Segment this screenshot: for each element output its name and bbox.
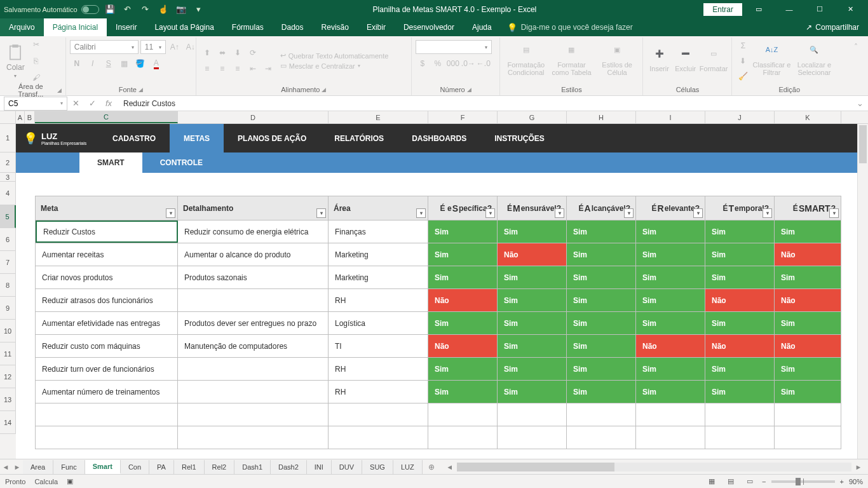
cell-status[interactable]: Sim <box>498 266 567 288</box>
row-header[interactable]: 5 <box>0 205 16 228</box>
cell-status[interactable]: Sim <box>428 312 498 334</box>
save-icon[interactable]: 💾 <box>103 3 117 17</box>
cell-status[interactable]: Não <box>775 289 841 311</box>
cell-status[interactable]: Sim <box>636 312 705 334</box>
new-sheet-button[interactable]: ⊕ <box>423 463 440 471</box>
row-header[interactable]: 12 <box>0 365 16 388</box>
zoom-out-button[interactable]: − <box>762 478 766 485</box>
cell-status[interactable]: Sim <box>775 358 841 380</box>
cell-styles-button[interactable]: ▣Estilos de Célula <box>595 46 639 76</box>
increase-font-icon[interactable]: A↑ <box>168 40 182 54</box>
cell-status[interactable]: Não <box>428 289 498 311</box>
align-bottom-icon[interactable]: ⬇ <box>231 46 245 60</box>
percent-icon[interactable]: % <box>431 57 445 71</box>
format-table-button[interactable]: ▦Formatar como Tabela <box>550 46 593 76</box>
cell-area[interactable]: Finanças <box>329 220 428 243</box>
header-alcancavel[interactable]: É Alcançável?▾ <box>567 196 636 220</box>
orientation-icon[interactable]: ⟳ <box>246 46 260 60</box>
cell-status[interactable]: Sim <box>428 381 498 403</box>
col-header[interactable]: I <box>636 111 705 123</box>
currency-icon[interactable]: $ <box>416 57 430 71</box>
copy-icon[interactable]: ⎘ <box>29 54 43 68</box>
filter-icon[interactable]: ▾ <box>693 208 703 218</box>
cell-status[interactable]: Sim <box>498 335 567 357</box>
increase-decimal-icon[interactable]: .0→ <box>461 57 475 71</box>
filter-icon[interactable]: ▾ <box>829 208 839 218</box>
table-row[interactable]: Criar novos produtosProdutos sazonaisMar… <box>36 266 841 288</box>
cell-status[interactable]: Sim <box>498 381 567 403</box>
macro-record-icon[interactable]: ▣ <box>67 477 73 485</box>
cell-status[interactable]: Sim <box>567 335 636 357</box>
sheet-nav-prev-icon[interactable]: ◄ <box>0 460 11 474</box>
filter-icon[interactable]: ▾ <box>555 208 564 218</box>
minimize-button[interactable]: — <box>775 0 803 18</box>
dialog-launcher-icon[interactable]: ◢ <box>467 86 471 93</box>
worksheet[interactable]: 💡LUZPlanilhas Empresariais CADASTRO META… <box>16 124 868 459</box>
scroll-right-icon[interactable]: ► <box>853 460 864 474</box>
align-center-icon[interactable]: ≡ <box>215 62 229 76</box>
cell-status[interactable]: Sim <box>705 220 775 243</box>
filter-icon[interactable]: ▾ <box>624 208 634 218</box>
normal-view-icon[interactable]: ▦ <box>705 476 719 487</box>
align-left-icon[interactable]: ≡ <box>200 62 214 76</box>
number-format-select[interactable]: ▾ <box>416 40 492 54</box>
sheet-tab[interactable]: Con <box>121 460 149 474</box>
cell-status[interactable]: Sim <box>636 243 705 266</box>
cell-detalhamento[interactable]: Manutenção de computadores <box>178 335 329 357</box>
fill-icon[interactable]: ⬇ <box>736 54 750 68</box>
tab-review[interactable]: Revisão <box>313 18 358 36</box>
header-mensuravel[interactable]: É Mensurável?▾ <box>498 196 567 220</box>
sort-filter-button[interactable]: A↓ZClassificar e Filtrar <box>752 46 791 76</box>
sheet-tab[interactable]: Dash2 <box>271 460 307 474</box>
cell-status[interactable]: Sim <box>705 358 775 380</box>
dialog-launcher-icon[interactable]: ◢ <box>139 86 143 93</box>
row-header[interactable]: 11 <box>0 342 16 365</box>
row-header[interactable]: 3 <box>0 173 16 182</box>
cell-meta[interactable]: Reduzir custo com máquinas <box>36 335 178 357</box>
row-header[interactable]: 4 <box>0 182 16 205</box>
col-header[interactable]: J <box>705 111 775 123</box>
insert-cells-button[interactable]: ➕Inserir <box>647 50 671 72</box>
col-header[interactable]: K <box>775 111 841 123</box>
tab-file[interactable]: Arquivo <box>0 18 44 36</box>
auto-save-toggle[interactable]: Salvamento Automático <box>4 5 99 14</box>
cell-status[interactable]: Sim <box>636 220 705 243</box>
cell-area[interactable]: RH <box>329 381 428 403</box>
sheet-tab[interactable]: Dash1 <box>234 460 271 474</box>
cell-status[interactable]: Sim <box>498 220 567 243</box>
cell-status[interactable]: Não <box>775 243 841 266</box>
sheet-tab[interactable]: INI <box>307 460 332 474</box>
filter-icon[interactable]: ▾ <box>485 208 495 218</box>
cell-meta[interactable]: Criar novos produtos <box>36 266 178 288</box>
table-row[interactable]: Reduzir turn over de funcionáriosRHSimSi… <box>36 357 841 380</box>
filter-icon[interactable]: ▾ <box>316 208 326 218</box>
camera-icon[interactable]: 📷 <box>174 3 188 17</box>
decrease-indent-icon[interactable]: ⇤ <box>246 62 260 76</box>
align-middle-icon[interactable]: ⬌ <box>215 46 229 60</box>
col-header[interactable]: H <box>567 111 636 123</box>
align-top-icon[interactable]: ⬆ <box>200 46 214 60</box>
cell-meta[interactable]: Aumentar efetividade nas entregas <box>36 312 178 334</box>
align-right-icon[interactable]: ≡ <box>231 62 245 76</box>
table-row[interactable]: Reduzir atrasos dos funcionáriosRHNãoSim… <box>36 288 841 311</box>
col-header[interactable]: E <box>329 111 428 123</box>
ribbon-options-icon[interactable]: ▭ <box>745 0 773 18</box>
cell-status[interactable]: Sim <box>705 381 775 403</box>
table-row[interactable] <box>36 426 841 449</box>
subtab-smart[interactable]: SMART <box>79 152 142 173</box>
sheet-tab[interactable]: SUG <box>362 460 393 474</box>
autosum-icon[interactable]: Σ <box>736 39 750 53</box>
cell-status[interactable]: Sim <box>705 243 775 266</box>
cell-detalhamento[interactable] <box>178 358 329 380</box>
row-header[interactable]: 8 <box>0 274 16 297</box>
row-header[interactable]: 14 <box>0 411 16 434</box>
table-row[interactable]: Reduzir CustosReduzir consumo de energia… <box>36 220 841 243</box>
qat-more-icon[interactable]: ▾ <box>192 3 206 17</box>
cell-status[interactable]: Sim <box>428 243 498 266</box>
page-layout-icon[interactable]: ▤ <box>724 476 738 487</box>
cell-detalhamento[interactable] <box>178 289 329 311</box>
cell-status[interactable]: Não <box>636 335 705 357</box>
underline-button[interactable]: S <box>102 57 116 71</box>
cell-status[interactable]: Sim <box>775 266 841 288</box>
cell-status[interactable]: Sim <box>567 289 636 311</box>
